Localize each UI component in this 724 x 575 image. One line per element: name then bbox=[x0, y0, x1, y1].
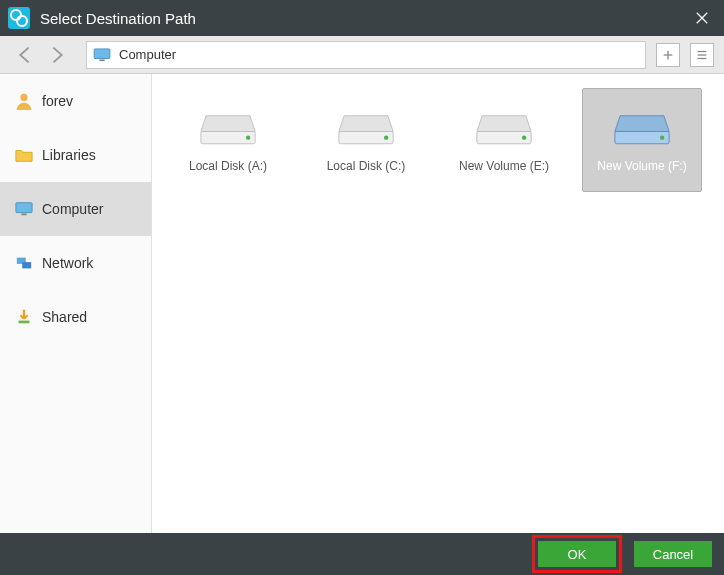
svg-rect-11 bbox=[21, 214, 26, 216]
folder-icon bbox=[14, 145, 34, 165]
svg-rect-13 bbox=[22, 262, 31, 268]
arrow-left-icon bbox=[13, 44, 35, 66]
drive-label: New Volume (F:) bbox=[597, 159, 686, 173]
drive-icon bbox=[473, 107, 535, 149]
drive-icon bbox=[611, 107, 673, 149]
svg-point-20 bbox=[522, 135, 526, 139]
view-list-button[interactable] bbox=[690, 43, 714, 67]
sidebar-item-label: Network bbox=[42, 255, 93, 271]
cancel-button[interactable]: Cancel bbox=[634, 541, 712, 567]
svg-point-16 bbox=[246, 135, 250, 139]
sidebar-item-libraries[interactable]: Libraries bbox=[0, 128, 151, 182]
sidebar-item-shared[interactable]: Shared bbox=[0, 290, 151, 344]
drive-item[interactable]: Local Disk (C:) bbox=[306, 88, 426, 192]
svg-rect-10 bbox=[16, 203, 32, 213]
drive-label: Local Disk (C:) bbox=[327, 159, 406, 173]
svg-point-22 bbox=[660, 135, 664, 139]
breadcrumb-label: Computer bbox=[119, 47, 176, 62]
user-icon bbox=[14, 91, 34, 111]
sidebar-item-user[interactable]: forev bbox=[0, 74, 151, 128]
titlebar: Select Destination Path bbox=[0, 0, 724, 36]
close-icon bbox=[695, 11, 709, 25]
computer-icon bbox=[93, 48, 111, 62]
breadcrumb[interactable]: Computer bbox=[86, 41, 646, 69]
close-button[interactable] bbox=[688, 4, 716, 32]
instruction-highlight: OK bbox=[532, 535, 622, 573]
svg-point-9 bbox=[20, 94, 27, 101]
list-icon bbox=[695, 48, 709, 62]
arrow-right-icon bbox=[47, 44, 69, 66]
drive-item[interactable]: Local Disk (A:) bbox=[168, 88, 288, 192]
plus-icon bbox=[661, 48, 675, 62]
svg-point-18 bbox=[384, 135, 388, 139]
sidebar-item-label: Libraries bbox=[42, 147, 96, 163]
ok-button[interactable]: OK bbox=[538, 541, 616, 567]
shared-icon bbox=[14, 307, 34, 327]
toolbar: Computer bbox=[0, 36, 724, 74]
drive-label: New Volume (E:) bbox=[459, 159, 549, 173]
svg-rect-3 bbox=[99, 59, 104, 61]
drive-item-selected[interactable]: New Volume (F:) bbox=[582, 88, 702, 192]
drive-icon bbox=[197, 107, 259, 149]
sidebar-item-network[interactable]: Network bbox=[0, 236, 151, 290]
app-icon bbox=[8, 7, 30, 29]
sidebar-item-label: Shared bbox=[42, 309, 87, 325]
drive-list: Local Disk (A:) Local Disk (C:) New Volu… bbox=[152, 74, 724, 533]
footer: OK Cancel bbox=[0, 533, 724, 575]
back-button[interactable] bbox=[10, 41, 38, 69]
sidebar-item-label: forev bbox=[42, 93, 73, 109]
body: forev Libraries Computer Network Shared bbox=[0, 74, 724, 533]
svg-rect-2 bbox=[94, 48, 110, 58]
drive-label: Local Disk (A:) bbox=[189, 159, 267, 173]
network-icon bbox=[14, 253, 34, 273]
svg-rect-14 bbox=[19, 321, 30, 324]
forward-button[interactable] bbox=[44, 41, 72, 69]
computer-icon bbox=[14, 199, 34, 219]
drive-icon bbox=[335, 107, 397, 149]
drive-item[interactable]: New Volume (E:) bbox=[444, 88, 564, 192]
sidebar-item-label: Computer bbox=[42, 201, 103, 217]
new-folder-button[interactable] bbox=[656, 43, 680, 67]
sidebar-item-computer[interactable]: Computer bbox=[0, 182, 151, 236]
window-title: Select Destination Path bbox=[40, 10, 688, 27]
sidebar: forev Libraries Computer Network Shared bbox=[0, 74, 152, 533]
